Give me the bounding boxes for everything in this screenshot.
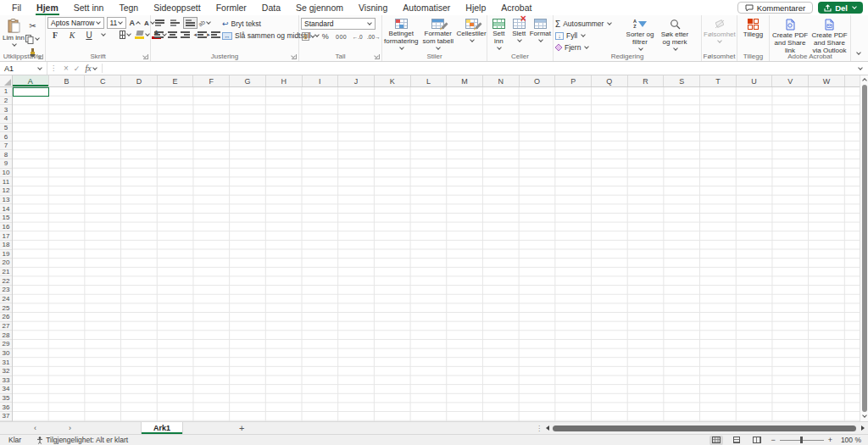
paste-button[interactable]: Lim inn [2, 18, 25, 47]
dialog-launcher[interactable] [375, 54, 380, 59]
column-header[interactable]: D [121, 75, 158, 86]
column-header[interactable]: R [628, 75, 665, 86]
orientation-button[interactable]: ab [198, 17, 211, 29]
confirm-entry-button[interactable]: ✓ [74, 64, 81, 73]
page-break-view-button[interactable] [750, 436, 764, 445]
share-button[interactable]: Del [818, 2, 863, 14]
row-header[interactable]: 30 [0, 349, 12, 359]
row-header[interactable]: 14 [0, 204, 12, 214]
find-select-button[interactable]: Søk etter og merk [657, 18, 693, 52]
prev-sheet-button[interactable]: ‹ [34, 425, 36, 432]
insert-cells-button[interactable]: Sett inn [489, 18, 509, 51]
row-header[interactable]: 24 [0, 295, 12, 304]
fill-color-button[interactable] [136, 29, 148, 41]
number-format-combo[interactable]: Standard [301, 18, 376, 30]
align-left-button[interactable] [153, 29, 165, 41]
row-header[interactable]: 15 [0, 214, 12, 223]
column-header[interactable]: B [49, 75, 86, 86]
zoom-out-button[interactable]: − [771, 437, 775, 444]
column-header[interactable]: Q [592, 75, 628, 86]
comma-style-button[interactable]: 000 [336, 31, 348, 42]
clear-button[interactable]: Fjern [555, 42, 623, 53]
column-header[interactable]: V [772, 75, 809, 86]
row-header[interactable]: 12 [0, 186, 12, 196]
decrease-indent-button[interactable]: ◂ [192, 29, 205, 41]
fill-button[interactable]: ↓ Fyll [555, 31, 623, 41]
scroll-down-arrow[interactable] [860, 412, 868, 421]
create-pdf-share-link-button[interactable]: Create PDF and Share link [771, 18, 809, 54]
column-header[interactable]: K [375, 75, 411, 86]
row-header[interactable]: 10 [0, 169, 12, 178]
align-bottom-button[interactable] [183, 17, 198, 29]
expand-formula-bar-chevron[interactable] [852, 64, 868, 73]
accessibility-status[interactable]: Tilgjengelighet: Alt er klart [36, 436, 128, 444]
column-header[interactable]: G [230, 75, 266, 86]
column-header[interactable]: S [664, 75, 700, 86]
accounting-format-button[interactable]: $ [302, 31, 315, 42]
comments-button[interactable]: Kommentarer [737, 2, 814, 14]
copy-button[interactable] [25, 33, 40, 45]
increase-decimal-button[interactable]: ←.0 [352, 31, 364, 42]
column-header[interactable]: N [483, 75, 520, 86]
cell-styles-button[interactable]: Cellestiler [458, 18, 485, 43]
row-header[interactable]: 21 [0, 268, 12, 277]
column-header[interactable]: W [809, 75, 845, 86]
row-header[interactable]: 4 [0, 114, 12, 124]
menu-tab[interactable]: Hjem [29, 0, 66, 15]
column-header[interactable]: L [411, 75, 448, 86]
insert-function-button[interactable]: fx [85, 64, 97, 73]
column-header[interactable]: P [555, 75, 592, 86]
row-header[interactable]: 32 [0, 367, 12, 376]
column-header[interactable]: O [520, 75, 556, 86]
row-header[interactable]: 27 [0, 322, 12, 331]
format-as-table-button[interactable]: Formater som tabell [420, 18, 456, 51]
column-header[interactable]: F [193, 75, 230, 86]
splitter-handle[interactable]: ⋮ [536, 425, 542, 432]
decrease-decimal-button[interactable]: .00→ [368, 31, 380, 42]
italic-button[interactable]: K [66, 29, 78, 41]
row-header[interactable]: 9 [0, 159, 12, 169]
dialog-launcher[interactable] [143, 54, 148, 59]
menu-tab[interactable]: Sett inn [66, 0, 112, 15]
menu-tab[interactable]: Visning [351, 0, 395, 15]
sheet-tab[interactable]: Ark1 [141, 422, 183, 434]
active-cell-selection[interactable] [13, 87, 49, 97]
zoom-slider-thumb[interactable] [800, 437, 803, 443]
zoom-percentage[interactable]: 100 % [839, 436, 861, 444]
column-header[interactable]: J [338, 75, 375, 86]
vertical-scrollbar[interactable] [860, 75, 868, 421]
row-header[interactable]: 20 [0, 259, 12, 268]
vertical-scroll-thumb[interactable] [862, 85, 867, 412]
delete-cells-button[interactable]: Slett [510, 18, 528, 43]
menu-tab[interactable]: Data [254, 0, 288, 15]
row-header[interactable]: 37 [0, 412, 12, 421]
menu-tab[interactable]: Acrobat [493, 0, 539, 15]
row-header[interactable]: 36 [0, 403, 12, 412]
row-header[interactable]: 25 [0, 303, 12, 313]
increase-indent-button[interactable]: ▸ [206, 29, 219, 41]
align-top-button[interactable] [153, 17, 167, 29]
row-header[interactable]: 3 [0, 105, 12, 114]
row-header[interactable]: 17 [0, 231, 12, 241]
row-header[interactable]: 11 [0, 177, 12, 186]
sensitivity-button[interactable]: Følsomhet [704, 18, 736, 44]
create-pdf-outlook-button[interactable]: Create PDF and Share via Outlook [810, 18, 849, 54]
font-family-combo[interactable]: Aptos Narrow [47, 17, 104, 29]
name-box[interactable]: A1 [0, 62, 47, 75]
row-header[interactable]: 19 [0, 250, 12, 259]
menu-tab[interactable]: Tegn [111, 0, 146, 15]
row-header[interactable]: 5 [0, 124, 12, 133]
align-middle-button[interactable] [168, 17, 182, 29]
menu-tab[interactable]: Fil [4, 0, 29, 15]
column-header[interactable]: H [266, 75, 303, 86]
dialog-launcher[interactable] [38, 54, 43, 59]
column-header[interactable]: M [447, 75, 483, 86]
row-header[interactable]: 13 [0, 196, 12, 205]
row-header[interactable]: 16 [0, 223, 12, 232]
page-layout-view-button[interactable] [730, 436, 743, 445]
menu-tab[interactable]: Formler [209, 0, 254, 15]
conditional-formatting-button[interactable]: Betinget formatering [384, 18, 419, 51]
row-header[interactable]: 26 [0, 313, 12, 322]
scroll-up-arrow[interactable] [860, 75, 868, 85]
autosum-button[interactable]: Σ Autosummer [555, 19, 623, 29]
